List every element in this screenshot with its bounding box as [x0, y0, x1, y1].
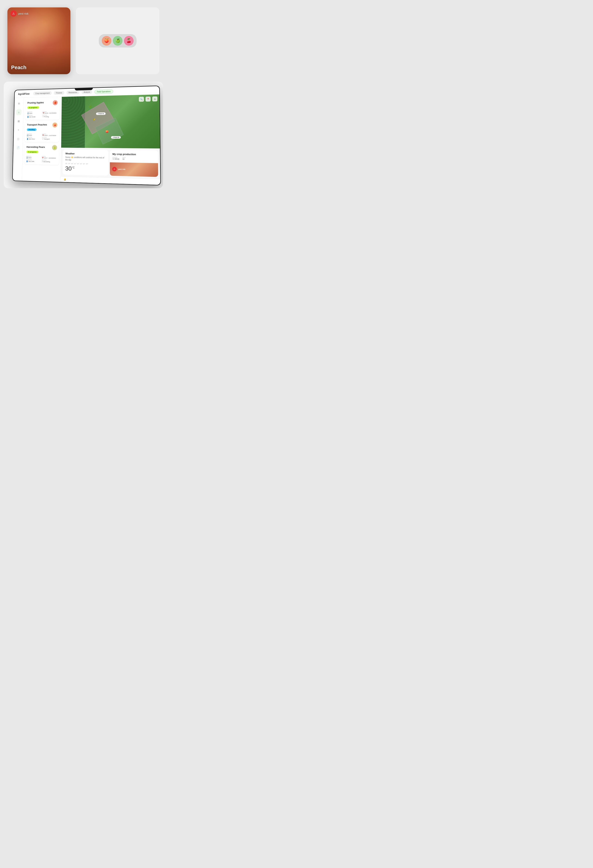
fruit-icon-pear: 🍐 — [52, 145, 57, 150]
tablet-frame: AgridFlow Crop management Finance Resour… — [12, 86, 161, 186]
main-right: • Field 01 • Field 03 🌿 🌾 🍑 🔍 📍 ⚠ — [61, 94, 160, 185]
season-label-2: Season — [27, 133, 41, 135]
nav-field-operations[interactable]: Field Operations — [94, 89, 113, 94]
fruit-selector-panel: 🍑 🍏 🍒 — [76, 7, 159, 74]
nav-analyze[interactable]: Analyze — [81, 90, 93, 94]
production-panel: My crop production Weather 🌬 Windy Wind — [110, 150, 158, 177]
production-title: My crop production — [112, 153, 155, 156]
fruit-selector: 🍑 🍏 🍒 — [99, 34, 137, 47]
production-meta: Weather 🌬 Windy Wind 33 — [112, 157, 155, 161]
nav-crop-management[interactable]: Crop management — [33, 91, 52, 96]
field-01-label: • Field 01 — [96, 112, 106, 115]
top-section: ⚠ pest risk Peach 🍑 🍏 🍒 — [4, 7, 163, 74]
bell-icon[interactable]: 🔔 — [63, 178, 66, 180]
task-title-transport: Transport Peaches — [27, 123, 47, 126]
task-card-harvesting[interactable]: Harvesting Pears 🍐 In progress Season 🔄 … — [24, 143, 59, 165]
app-title: AgridFlow — [18, 92, 29, 95]
season-val-3: 🔄 2023 — [26, 157, 41, 159]
dates-label-2: Dates — [42, 133, 57, 135]
sidebar-icon-1[interactable]: ⊞ — [16, 100, 22, 106]
dates-val-2: 📅 10/27 - 11/27/2024 — [42, 135, 57, 136]
dates-val-1: 📅 01/10 - 01/15/2024 — [43, 112, 57, 114]
map-tools: 🔍 📍 ⚠ — [139, 96, 157, 102]
status-badge-inprogress-3: In progress — [26, 151, 38, 153]
temp-row: 28° 29° 30° 31° 32° 33° 34° 35° — [65, 163, 106, 165]
sidebar-icon-3[interactable]: ▦ — [16, 118, 22, 124]
action-val-2: ✓ Transport — [42, 138, 57, 140]
task-title-pruning: Pruning Apples — [27, 101, 44, 104]
action-val-3: ✓ Harvesting — [42, 161, 57, 163]
season-val-2: 🔄 2023 — [27, 135, 41, 136]
season-val-1: 🔄 2024 — [27, 112, 42, 114]
weather-temperature: 30°C — [65, 165, 106, 173]
peach-selector-btn[interactable]: 🍑 — [102, 36, 111, 46]
worker-val-1: 👤 Ann Smith — [27, 116, 42, 118]
map-marker-1: 🌿 — [89, 105, 92, 108]
action-val-1: ✓ Pruning — [43, 116, 57, 118]
pest-risk-label: pest risk — [18, 12, 28, 15]
fruit-icon-peach: 🍑 — [53, 123, 57, 127]
peach-image — [7, 7, 71, 74]
bottom-panels: Weather Sunny ☀️ conditions will continu… — [61, 148, 160, 179]
pest-mini-card: ⚠ pest risk — [110, 162, 158, 177]
fruit-icon-apple: 🍎 — [53, 100, 57, 105]
map-marker-3: 🍑 — [105, 130, 108, 133]
status-badge-pending: Pending — [27, 128, 37, 131]
trees-area — [61, 96, 85, 148]
sidebar-icon-4[interactable]: ≡ — [16, 127, 21, 133]
weather-title: Weather — [65, 152, 106, 155]
task-card-transport[interactable]: Transport Peaches 🍑 Pending Season 🔄 202… — [25, 121, 60, 142]
dates-val-3: 📅 10/17 - 10/23/2024 — [42, 157, 57, 159]
task-card-pruning[interactable]: Pruning Apples 🍎 In progress Season 🔄 20… — [25, 99, 60, 120]
wind-meta-value: 33 — [122, 158, 126, 160]
nav-finance[interactable]: Finance — [54, 91, 64, 95]
fruit-selector-wrapper: 🍑 🍏 🍒 — [99, 34, 137, 47]
map-warning-btn[interactable]: ⚠ — [152, 96, 157, 102]
weather-panel: Weather Sunny ☀️ conditions will continu… — [63, 149, 108, 176]
task-meta-2: Season 🔄 2023 Dates 📅 10/27 - 11/27/2024… — [27, 133, 57, 140]
task-meta-1: Season 🔄 2024 Dates 📅 01/10 - 01/15/2024… — [27, 111, 57, 118]
map-marker-2: 🌾 — [92, 118, 96, 121]
status-badge-inprogress-1: In progress — [27, 106, 39, 109]
weather-meta-value: 🌬 Windy — [112, 158, 119, 160]
main-content: ⊞ ⌂ ▦ ≡ ◫ 📄 Pruning Apples 🍎 — [13, 94, 160, 185]
camera-notch — [75, 87, 93, 91]
map-search-btn[interactable]: 🔍 — [139, 97, 144, 102]
pest-mini-icon: ⚠ — [112, 167, 117, 171]
warning-icon: ⚠ — [10, 10, 17, 17]
pest-risk-badge: ⚠ pest risk — [10, 10, 28, 17]
crop-name-label: Peach — [11, 65, 26, 71]
peach-card[interactable]: ⚠ pest risk Peach — [7, 7, 71, 74]
map-location-btn[interactable]: 📍 — [146, 97, 151, 102]
field-03-label: • Field 03 — [111, 136, 121, 139]
cherry-selector-btn[interactable]: 🍒 — [124, 36, 134, 46]
task-title-harvesting: Harvesting Pears — [26, 146, 45, 148]
worker-val-3: 👤 Slav Zelik — [26, 161, 41, 162]
pest-mini-label: pest risk — [118, 168, 125, 170]
task-panel: Pruning Apples 🍎 In progress Season 🔄 20… — [22, 97, 62, 182]
apple-selector-btn[interactable]: 🍏 — [113, 36, 122, 46]
tablet-screen: AgridFlow Crop management Finance Resour… — [13, 86, 160, 185]
sidebar-icon-home[interactable]: ⌂ — [16, 109, 22, 115]
nav-resources[interactable]: Resources — [66, 90, 79, 94]
task-meta-3: Season 🔄 2023 Dates 📅 10/17 - 10/23/2024… — [26, 156, 57, 163]
weather-description: Sunny ☀️ conditions will continue for th… — [65, 156, 106, 162]
worker-val-2: 👤 Alex Moor — [27, 138, 41, 140]
sidebar-icon-5[interactable]: ◫ — [15, 136, 21, 142]
tablet-section: AgridFlow Crop management Finance Resour… — [4, 81, 163, 188]
map-area[interactable]: • Field 01 • Field 03 🌿 🌾 🍑 🔍 📍 ⚠ — [61, 94, 160, 148]
sidebar-icon-6[interactable]: 📄 — [15, 145, 21, 151]
